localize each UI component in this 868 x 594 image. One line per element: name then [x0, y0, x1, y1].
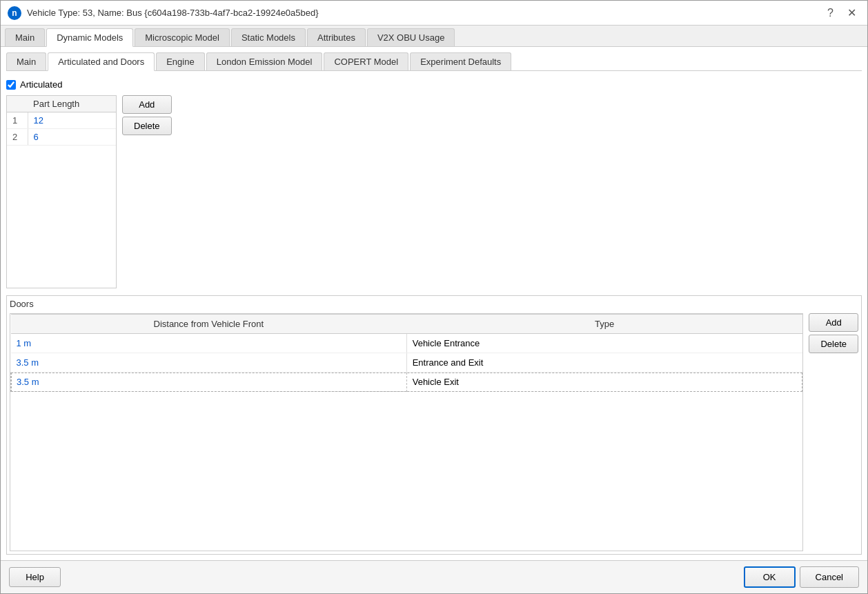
articulated-checkbox[interactable]	[6, 80, 16, 90]
app-icon: n	[8, 6, 21, 20]
doors-btn-group: Add Delete	[809, 313, 858, 551]
panel-content: Articulated Part Length	[6, 78, 862, 555]
door-1-type: Vehicle Entrance	[406, 334, 802, 353]
articulated-delete-button[interactable]: Delete	[122, 117, 172, 135]
articulated-table-wrap: Part Length 1 12 2 6	[6, 95, 862, 288]
close-button[interactable]: ✕	[843, 5, 860, 21]
door-1-distance: 1 m	[11, 334, 407, 353]
table-row[interactable]: 2 6	[7, 129, 116, 146]
tab-engine[interactable]: Engine	[156, 52, 204, 70]
col-part-length-header: Part Length	[28, 96, 116, 112]
doors-table-container: Distance from Vehicle Front Type 1 m Veh…	[10, 313, 803, 551]
door-2-type: Entrance and Exit	[406, 353, 802, 373]
doors-add-button[interactable]: Add	[809, 313, 858, 332]
help-icon-btn[interactable]: ?	[823, 5, 838, 21]
doors-section: Doors Distance from Vehicle Front Type	[6, 295, 862, 555]
outer-tab-bar: Main Dynamic Models Microscopic Model St…	[1, 26, 867, 47]
doors-wrap: Distance from Vehicle Front Type 1 m Veh…	[10, 313, 858, 551]
door-row[interactable]: 3.5 m Entrance and Exit	[11, 353, 802, 373]
title-bar-left: n Vehicle Type: 53, Name: Bus {c604a198-…	[8, 6, 319, 20]
door-3-distance: 3.5 m	[11, 373, 407, 392]
footer-right: OK Cancel	[744, 566, 859, 588]
row-1-value: 12	[28, 112, 116, 129]
window-title: Vehicle Type: 53, Name: Bus {c604a198-73…	[27, 8, 319, 18]
tab-articulated-doors[interactable]: Articulated and Doors	[48, 52, 155, 71]
cancel-button[interactable]: Cancel	[800, 566, 859, 588]
doors-delete-button[interactable]: Delete	[809, 335, 858, 353]
doors-label: Doors	[10, 299, 858, 309]
tab-experiment-defaults[interactable]: Experiment Defaults	[410, 52, 511, 70]
tab-microscopic-model[interactable]: Microscopic Model	[135, 28, 230, 46]
articulated-table-container: Part Length 1 12 2 6	[6, 95, 117, 288]
title-bar: n Vehicle Type: 53, Name: Bus {c604a198-…	[1, 1, 867, 26]
content-area: Main Articulated and Doors Engine London…	[1, 47, 867, 560]
col-distance-header: Distance from Vehicle Front	[11, 315, 407, 334]
articulated-section: Articulated Part Length	[6, 78, 862, 288]
table-row[interactable]: 1 12	[7, 112, 116, 129]
doors-table: Distance from Vehicle Front Type 1 m Veh…	[10, 314, 802, 392]
articulated-label: Articulated	[20, 79, 62, 90]
col-type-header: Type	[406, 315, 802, 334]
door-row[interactable]: 1 m Vehicle Entrance	[11, 334, 802, 353]
tab-london-emission[interactable]: London Emission Model	[206, 52, 323, 70]
articulated-add-button[interactable]: Add	[122, 95, 172, 114]
tab-static-models[interactable]: Static Models	[231, 28, 306, 46]
footer: Help OK Cancel	[1, 560, 867, 593]
title-bar-controls: ? ✕	[823, 5, 860, 21]
ok-button[interactable]: OK	[744, 566, 796, 588]
door-2-distance: 3.5 m	[11, 353, 407, 373]
tab-main-outer[interactable]: Main	[5, 28, 45, 46]
row-1-num: 1	[7, 112, 28, 129]
main-window: n Vehicle Type: 53, Name: Bus {c604a198-…	[0, 0, 868, 594]
tab-v2x-obu-usage[interactable]: V2X OBU Usage	[367, 28, 455, 46]
col-num-header	[7, 96, 28, 112]
inner-tab-bar: Main Articulated and Doors Engine London…	[6, 52, 862, 71]
articulated-btn-group: Add Delete	[122, 95, 172, 288]
articulated-table: Part Length 1 12 2 6	[7, 96, 116, 146]
articulated-checkbox-row: Articulated	[6, 78, 862, 91]
door-3-type: Vehicle Exit	[406, 373, 802, 392]
door-row[interactable]: 3.5 m Vehicle Exit	[11, 373, 802, 392]
tab-copert-model[interactable]: COPERT Model	[324, 52, 408, 70]
help-button[interactable]: Help	[9, 567, 61, 587]
tab-main-inner[interactable]: Main	[6, 52, 46, 70]
tab-dynamic-models[interactable]: Dynamic Models	[46, 28, 133, 47]
row-2-value: 6	[28, 129, 116, 146]
row-2-num: 2	[7, 129, 28, 146]
tab-attributes[interactable]: Attributes	[307, 28, 366, 46]
